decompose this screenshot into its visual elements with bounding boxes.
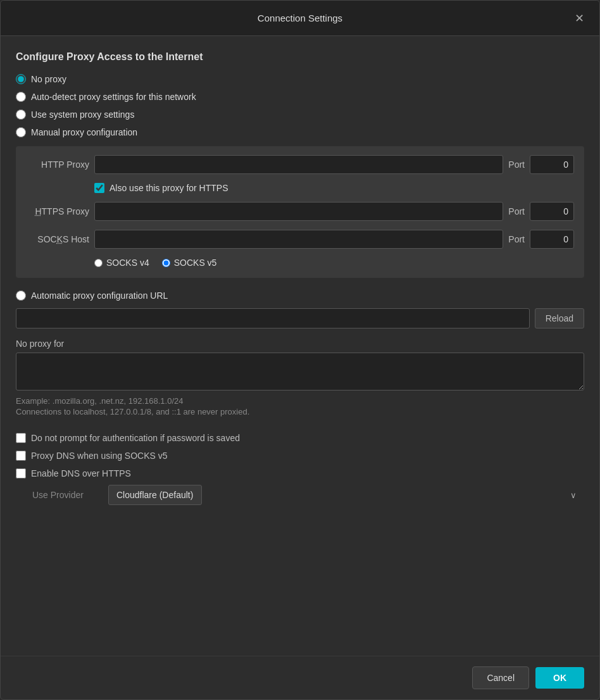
dialog-footer: Cancel OK [1,656,599,699]
http-proxy-label: HTTP Proxy [26,159,89,170]
manual-proxy-fields: HTTP Proxy Port Also use this proxy for … [16,146,584,278]
http-port-label: Port [508,159,525,170]
auto-detect-radio[interactable] [16,92,26,102]
manual-proxy-option[interactable]: Manual proxy configuration [16,127,584,137]
http-proxy-row: HTTP Proxy Port [26,155,574,174]
connection-settings-dialog: Connection Settings ✕ Configure Proxy Ac… [0,0,600,700]
socks-host-input[interactable] [94,230,503,249]
auto-detect-label: Auto-detect proxy settings for this netw… [31,92,196,102]
proxy-dns-label: Proxy DNS when using SOCKS v5 [31,451,168,461]
titlebar: Connection Settings ✕ [1,1,599,36]
no-proxy-hint: Connections to localhost, 127.0.0.1/8, a… [16,407,584,416]
dns-provider-label: Use Provider [32,490,102,500]
https-proxy-row: HTTPS Proxy Port [26,202,574,221]
manual-proxy-radio[interactable] [16,127,26,137]
socks-port-label: Port [508,234,525,244]
manual-proxy-label: Manual proxy configuration [31,127,137,137]
socks-v4-label: SOCKS v4 [106,258,149,268]
socks-v4-option[interactable]: SOCKS v4 [94,258,149,268]
auto-detect-option[interactable]: Auto-detect proxy settings for this netw… [16,92,584,102]
https-port-input[interactable] [530,202,574,221]
dns-provider-select[interactable]: Cloudflare (Default) NextDNS Custom [108,485,202,505]
no-proxy-radio[interactable] [16,74,26,84]
no-auth-prompt-row: Do not prompt for authentication if pass… [16,433,584,443]
reload-button[interactable]: Reload [535,308,584,328]
also-https-checkbox[interactable] [94,183,104,193]
close-button[interactable]: ✕ [570,10,589,27]
auto-url-radio[interactable] [16,291,26,301]
use-system-label: Use system proxy settings [31,109,134,120]
no-proxy-for-input[interactable] [16,353,584,391]
no-auth-prompt-checkbox[interactable] [16,433,26,443]
use-system-option[interactable]: Use system proxy settings [16,109,584,120]
no-auth-prompt-label: Do not prompt for authentication if pass… [31,433,240,443]
cancel-button[interactable]: Cancel [472,666,529,689]
enable-doh-checkbox[interactable] [16,468,26,478]
use-system-radio[interactable] [16,109,26,120]
dns-provider-select-wrapper: Cloudflare (Default) NextDNS Custom [108,485,584,505]
also-https-row: Also use this proxy for HTTPS [26,183,574,193]
auto-proxy-section: Automatic proxy configuration URL Reload [16,291,584,339]
https-proxy-input[interactable] [94,202,503,221]
socks-v5-radio[interactable] [162,259,170,267]
enable-doh-row: Enable DNS over HTTPS [16,468,584,478]
socks-v5-option[interactable]: SOCKS v5 [162,258,217,268]
proxy-dns-checkbox[interactable] [16,451,26,461]
ok-button[interactable]: OK [535,667,584,689]
socks-v4-radio[interactable] [94,259,103,267]
https-proxy-label: HTTPS Proxy [26,206,89,216]
auto-proxy-url-row: Reload [16,308,584,328]
no-proxy-label: No proxy [31,74,66,84]
dns-provider-row: Use Provider Cloudflare (Default) NextDN… [16,485,584,505]
no-proxy-option[interactable]: No proxy [16,74,584,84]
socks-host-row: SOCKS Host Port [26,230,574,249]
dialog-title: Connection Settings [258,13,342,23]
no-proxy-for-label: No proxy for [16,339,584,349]
auto-url-label: Automatic proxy configuration URL [31,291,168,301]
section-title: Configure Proxy Access to the Internet [16,51,584,63]
socks-v5-label: SOCKS v5 [174,258,217,268]
auto-proxy-url-input[interactable] [16,308,530,328]
http-proxy-input[interactable] [94,155,503,174]
socks-host-label: SOCKS Host [26,234,89,244]
socks-version-row: SOCKS v4 SOCKS v5 [26,258,574,268]
proxy-dns-row: Proxy DNS when using SOCKS v5 [16,451,584,461]
no-proxy-for-section: No proxy for Example: .mozilla.org, .net… [16,339,584,418]
also-https-label: Also use this proxy for HTTPS [109,183,228,193]
auto-url-option[interactable]: Automatic proxy configuration URL [16,291,584,301]
socks-port-input[interactable] [530,230,574,249]
no-proxy-example: Example: .mozilla.org, .net.nz, 192.168.… [16,396,584,406]
https-port-label: Port [508,206,525,216]
enable-doh-label: Enable DNS over HTTPS [31,468,131,478]
http-port-input[interactable] [530,155,574,174]
dialog-content: Configure Proxy Access to the Internet N… [1,36,599,656]
checkboxes-section: Do not prompt for authentication if pass… [16,433,584,478]
